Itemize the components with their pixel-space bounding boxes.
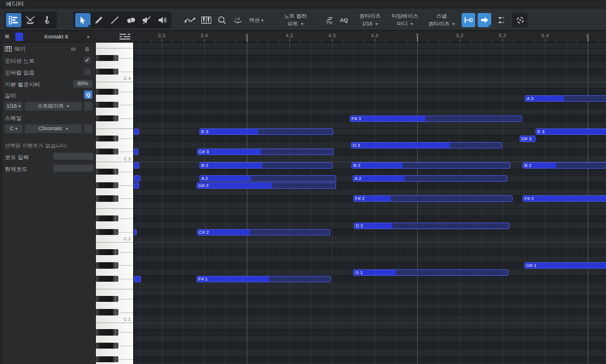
midi-note[interactable]: F# 3	[350, 115, 522, 122]
black-key[interactable]	[96, 215, 118, 221]
quantize-dropdown[interactable]: 퀀타이즈 1/16 ▾	[354, 12, 386, 28]
black-key[interactable]	[96, 115, 118, 121]
white-key-divider	[118, 279, 134, 279]
midi-note[interactable]: B 2	[352, 162, 510, 169]
black-key[interactable]	[96, 356, 118, 362]
mute-button[interactable]: M	[71, 46, 76, 52]
midi-note[interactable]: F# 1	[196, 276, 331, 282]
drum-editor-icon[interactable]	[22, 13, 38, 27]
midi-note[interactable]	[134, 149, 138, 155]
score-editor-icon[interactable]	[39, 13, 54, 27]
black-key[interactable]	[96, 262, 118, 268]
midi-note[interactable]: D# 3	[520, 136, 536, 142]
midi-note[interactable]: A 2	[353, 175, 507, 182]
midi-note[interactable]: D 3	[351, 142, 502, 149]
chord-input-field[interactable]	[53, 153, 94, 160]
piano-keyboard[interactable]: C 4C 3C 2C 1	[96, 43, 134, 364]
piano-roll-icon[interactable]	[6, 13, 21, 27]
midi-note[interactable]: G 1	[353, 269, 508, 276]
track-color-swatch[interactable]	[15, 33, 23, 41]
midi-note[interactable]: G# 2	[196, 182, 336, 189]
grid-intensity-icon[interactable]	[494, 13, 507, 27]
midi-note[interactable]: E 3	[199, 128, 333, 135]
black-key[interactable]	[96, 55, 118, 61]
zoom-tool-icon[interactable]	[214, 13, 230, 27]
line-tool-icon[interactable]	[107, 13, 123, 27]
track-selector-caret[interactable]: ▾	[87, 34, 89, 40]
midi-note[interactable]: B 2	[523, 162, 606, 169]
length-mode-dropdown[interactable]: 스트레이트 ▾	[25, 102, 82, 111]
timeline-ruler[interactable]: 3.33.444.24.34.455.25.35.46	[134, 31, 606, 43]
midi-note[interactable]	[134, 229, 137, 236]
timebase-dropdown[interactable]: 타임베이스 마디 ▾	[388, 12, 421, 28]
midi-note[interactable]	[134, 175, 140, 182]
catch-playhead-icon[interactable]	[512, 13, 527, 27]
ruler-tick	[407, 40, 407, 42]
editor-settings-icon[interactable]	[120, 33, 130, 40]
black-key[interactable]	[96, 136, 118, 141]
audition-notes-checkbox[interactable]: ✓	[83, 56, 91, 64]
black-key[interactable]	[96, 149, 118, 154]
auto-quantize-button[interactable]: AQ	[336, 13, 352, 27]
midi-note[interactable]: C# 3	[197, 149, 334, 155]
black-key[interactable]	[96, 182, 118, 188]
mute-tool-icon[interactable]	[139, 13, 154, 27]
no-overlap-checkbox[interactable]	[83, 68, 91, 76]
snap-mode-dropdown[interactable]: 스냅 퀀타이즈 ▾	[424, 12, 459, 28]
draw-tool-icon[interactable]	[91, 13, 107, 27]
black-key[interactable]	[96, 276, 118, 282]
midi-note[interactable]: F# 2	[523, 195, 606, 202]
pitch-visibility-icon[interactable]: ♭♯	[230, 13, 246, 27]
black-key[interactable]	[96, 229, 118, 235]
menu-icon[interactable]: ≡	[5, 32, 9, 41]
instrument-section-label[interactable]: 악기	[14, 46, 25, 53]
midi-note[interactable]	[134, 182, 139, 189]
length-quantize-button[interactable]: Q	[84, 91, 92, 99]
midi-note[interactable]: F# 2	[353, 195, 512, 202]
black-key[interactable]	[96, 69, 118, 75]
midi-note[interactable]: D 2	[354, 223, 510, 229]
erase-tool-icon[interactable]	[123, 13, 138, 27]
ruler-tick	[183, 40, 183, 42]
action-menu-button[interactable]: 액션 ▾	[246, 13, 266, 27]
black-key[interactable]	[96, 329, 118, 335]
scale-extra-button[interactable]	[84, 124, 92, 133]
ruler-tick	[321, 40, 322, 42]
keyboard-display-icon[interactable]	[198, 13, 214, 27]
black-key[interactable]	[96, 296, 118, 302]
black-key[interactable]	[96, 195, 118, 201]
midi-note-head	[134, 129, 138, 134]
controller-lane-icon[interactable]	[182, 13, 198, 27]
select-tool-icon[interactable]	[75, 13, 91, 27]
black-key[interactable]	[96, 89, 118, 95]
ruler-tick	[556, 40, 556, 42]
track-name[interactable]: Kontakt 8	[30, 33, 83, 40]
midi-note[interactable]	[134, 162, 139, 169]
length-grid-dropdown[interactable]: 1/16 ▾	[5, 102, 22, 111]
midi-note[interactable]: G# 1	[524, 262, 606, 269]
midi-note[interactable]: B 2	[199, 162, 333, 169]
midi-note[interactable]: E 3	[536, 128, 606, 135]
scale-type-dropdown[interactable]: Chromatic ▾	[25, 124, 82, 133]
midi-note[interactable]: A 2	[199, 175, 336, 182]
black-key[interactable]	[96, 343, 118, 349]
solo-button[interactable]: S	[85, 46, 89, 52]
black-key[interactable]	[96, 249, 118, 255]
midi-note[interactable]: A 3	[525, 95, 606, 102]
nudge-right-icon[interactable]	[478, 13, 491, 27]
snap-type-icon[interactable]	[462, 13, 475, 27]
black-key[interactable]	[96, 102, 118, 108]
current-chord-field[interactable]	[53, 165, 94, 172]
black-key[interactable]	[96, 309, 118, 315]
black-key[interactable]	[96, 169, 118, 175]
midi-note[interactable]	[134, 276, 141, 282]
audition-tool-icon[interactable]	[155, 13, 170, 27]
note-color-dropdown[interactable]: 노트 컬러 파트 ▾	[269, 12, 321, 28]
note-grid[interactable]: E 3C# 3B 2A 2G# 2C# 2F# 1F# 3D 3B 2A 2F#…	[134, 43, 606, 364]
midi-note[interactable]: C# 2	[197, 229, 330, 236]
length-extra-button[interactable]: ·	[84, 102, 92, 111]
midi-note[interactable]	[134, 128, 139, 135]
scale-root-dropdown[interactable]: C ▾	[5, 124, 22, 133]
default-velocity-value[interactable]: 80%	[73, 80, 92, 88]
iterative-quantize-icon[interactable]	[323, 13, 336, 27]
